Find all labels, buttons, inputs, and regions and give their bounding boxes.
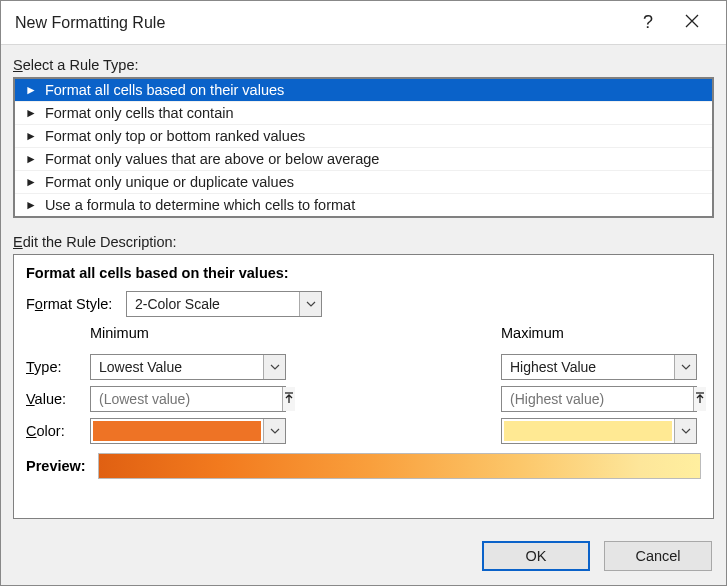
min-value-input[interactable] <box>91 387 282 411</box>
dialog-footer: OK Cancel <box>1 531 726 585</box>
max-type-select[interactable]: Highest Value <box>501 354 697 380</box>
rule-type-list[interactable]: ► Format all cells based on their values… <box>13 77 714 218</box>
new-formatting-rule-dialog: New Formatting Rule ? Select a Rule Type… <box>0 0 727 586</box>
color-label: Color: <box>26 423 65 439</box>
maximum-column: Maximum Highest Value <box>501 325 701 447</box>
description-title: Format all cells based on their values: <box>26 265 701 281</box>
rule-type-item[interactable]: ► Format only values that are above or b… <box>15 148 712 171</box>
row-labels-column: . Type: Value: Color: <box>26 325 90 447</box>
value-label: Value: <box>26 391 66 407</box>
min-type-value: Lowest Value <box>91 355 263 379</box>
max-color-select[interactable] <box>501 418 697 444</box>
rule-description-panel: Format all cells based on their values: … <box>13 254 714 519</box>
arrow-icon: ► <box>25 152 37 166</box>
chevron-down-icon <box>263 355 285 379</box>
arrow-icon: ► <box>25 129 37 143</box>
dialog-title: New Formatting Rule <box>15 14 626 32</box>
rule-type-item[interactable]: ► Format only cells that contain <box>15 102 712 125</box>
arrow-icon: ► <box>25 198 37 212</box>
chevron-down-icon <box>299 292 321 316</box>
minimum-column: Minimum Lowest Value <box>90 325 290 447</box>
preview-label: Preview: <box>26 458 98 474</box>
rule-type-item[interactable]: ► Use a formula to determine which cells… <box>15 194 712 216</box>
minimum-header: Minimum <box>90 325 290 345</box>
min-value-input-wrap <box>90 386 286 412</box>
rule-type-item[interactable]: ► Format all cells based on their values <box>15 79 712 102</box>
help-icon: ? <box>643 12 653 33</box>
min-type-select[interactable]: Lowest Value <box>90 354 286 380</box>
type-label: Type: <box>26 359 61 375</box>
edit-rule-description-label: Edit the Rule Description: <box>13 234 714 250</box>
preview-gradient <box>98 453 701 479</box>
chevron-down-icon <box>263 419 285 443</box>
help-button[interactable]: ? <box>626 1 670 45</box>
arrow-icon: ► <box>25 106 37 120</box>
rule-type-item[interactable]: ► Format only top or bottom ranked value… <box>15 125 712 148</box>
format-style-value: 2-Color Scale <box>127 292 299 316</box>
close-button[interactable] <box>670 1 714 45</box>
max-value-input-wrap <box>501 386 697 412</box>
min-color-swatch <box>93 421 261 441</box>
max-type-value: Highest Value <box>502 355 674 379</box>
ok-button[interactable]: OK <box>482 541 590 571</box>
rule-type-label: Format only cells that contain <box>45 105 234 121</box>
min-color-select[interactable] <box>90 418 286 444</box>
rule-type-label: Format only values that are above or bel… <box>45 151 380 167</box>
arrow-icon: ► <box>25 83 37 97</box>
close-icon <box>685 14 699 32</box>
collapse-dialog-icon <box>694 390 706 408</box>
rule-type-label: Use a formula to determine which cells t… <box>45 197 355 213</box>
range-selector-button[interactable] <box>693 387 706 411</box>
rule-type-label: Format only unique or duplicate values <box>45 174 294 190</box>
max-value-input[interactable] <box>502 387 693 411</box>
titlebar: New Formatting Rule ? <box>1 1 726 45</box>
rule-type-item[interactable]: ► Format only unique or duplicate values <box>15 171 712 194</box>
maximum-header: Maximum <box>501 325 701 345</box>
cancel-button[interactable]: Cancel <box>604 541 712 571</box>
max-color-swatch <box>504 421 672 441</box>
arrow-icon: ► <box>25 175 37 189</box>
rule-type-label: Format all cells based on their values <box>45 82 284 98</box>
select-rule-type-label: Select a Rule Type: <box>13 57 714 73</box>
rule-type-label: Format only top or bottom ranked values <box>45 128 305 144</box>
format-style-select[interactable]: 2-Color Scale <box>126 291 322 317</box>
chevron-down-icon <box>674 419 696 443</box>
format-style-label: Format Style: <box>26 296 126 312</box>
chevron-down-icon <box>674 355 696 379</box>
